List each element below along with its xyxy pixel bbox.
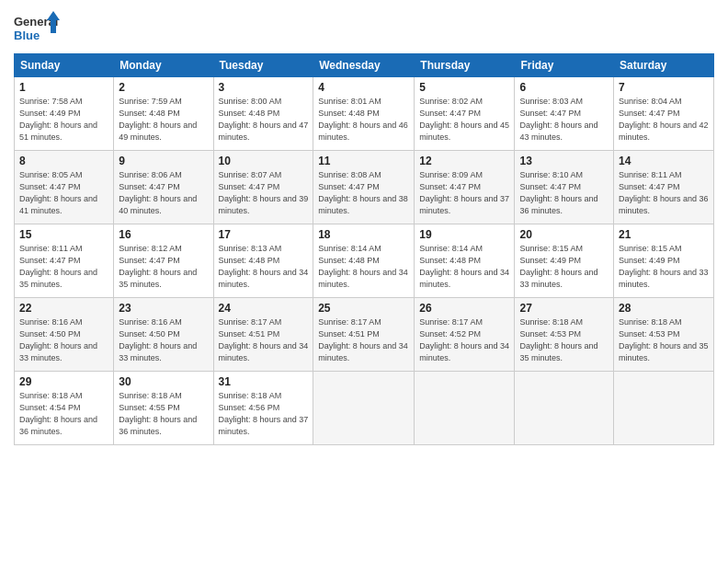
calendar-cell bbox=[415, 372, 515, 445]
calendar-cell: 29Sunrise: 8:18 AMSunset: 4:54 PMDayligh… bbox=[15, 372, 114, 445]
calendar-cell bbox=[515, 372, 614, 445]
day-number: 10 bbox=[219, 155, 309, 167]
logo-svg: General Blue bbox=[14, 9, 60, 46]
day-detail: Sunrise: 8:03 AMSunset: 4:47 PMDaylight:… bbox=[519, 97, 597, 142]
day-detail: Sunrise: 8:11 AMSunset: 4:47 PMDaylight:… bbox=[619, 170, 709, 215]
calendar-cell: 19Sunrise: 8:14 AMSunset: 4:48 PMDayligh… bbox=[415, 224, 515, 298]
day-detail: Sunrise: 8:18 AMSunset: 4:53 PMDaylight:… bbox=[519, 317, 597, 362]
page-header: General Blue bbox=[14, 9, 714, 46]
day-detail: Sunrise: 8:18 AMSunset: 4:54 PMDaylight:… bbox=[19, 391, 97, 436]
dow-header: Sunday bbox=[15, 54, 114, 77]
day-detail: Sunrise: 7:59 AMSunset: 4:48 PMDaylight:… bbox=[119, 97, 197, 142]
dow-header: Monday bbox=[114, 54, 213, 77]
day-detail: Sunrise: 8:11 AMSunset: 4:47 PMDaylight:… bbox=[19, 244, 97, 289]
day-detail: Sunrise: 8:17 AMSunset: 4:51 PMDaylight:… bbox=[318, 317, 408, 362]
day-number: 20 bbox=[519, 228, 609, 241]
day-number: 18 bbox=[318, 228, 409, 241]
calendar-cell: 18Sunrise: 8:14 AMSunset: 4:48 PMDayligh… bbox=[313, 224, 415, 298]
day-number: 4 bbox=[318, 81, 409, 94]
day-detail: Sunrise: 8:13 AMSunset: 4:48 PMDaylight:… bbox=[219, 244, 309, 289]
day-detail: Sunrise: 8:02 AMSunset: 4:47 PMDaylight:… bbox=[419, 97, 509, 142]
day-detail: Sunrise: 8:07 AMSunset: 4:47 PMDaylight:… bbox=[219, 170, 309, 215]
svg-text:Blue: Blue bbox=[14, 29, 40, 42]
calendar-cell: 12Sunrise: 8:09 AMSunset: 4:47 PMDayligh… bbox=[415, 151, 515, 224]
calendar-cell: 3Sunrise: 8:00 AMSunset: 4:48 PMDaylight… bbox=[213, 77, 313, 151]
day-number: 2 bbox=[119, 81, 208, 94]
calendar-cell: 2Sunrise: 7:59 AMSunset: 4:48 PMDaylight… bbox=[114, 77, 213, 151]
day-number: 12 bbox=[419, 155, 509, 167]
day-detail: Sunrise: 8:00 AMSunset: 4:48 PMDaylight:… bbox=[219, 97, 309, 142]
calendar-cell: 24Sunrise: 8:17 AMSunset: 4:51 PMDayligh… bbox=[213, 298, 313, 372]
day-detail: Sunrise: 8:09 AMSunset: 4:47 PMDaylight:… bbox=[419, 170, 509, 215]
calendar-cell: 10Sunrise: 8:07 AMSunset: 4:47 PMDayligh… bbox=[213, 151, 313, 224]
day-number: 26 bbox=[419, 302, 509, 315]
calendar-cell: 22Sunrise: 8:16 AMSunset: 4:50 PMDayligh… bbox=[15, 298, 114, 372]
day-number: 31 bbox=[219, 375, 309, 388]
day-number: 30 bbox=[119, 375, 208, 388]
day-detail: Sunrise: 8:04 AMSunset: 4:47 PMDaylight:… bbox=[619, 97, 709, 142]
day-detail: Sunrise: 8:16 AMSunset: 4:50 PMDaylight:… bbox=[19, 317, 97, 362]
day-number: 25 bbox=[318, 302, 409, 315]
day-detail: Sunrise: 8:18 AMSunset: 4:55 PMDaylight:… bbox=[119, 391, 197, 436]
day-number: 19 bbox=[419, 228, 509, 241]
day-detail: Sunrise: 8:15 AMSunset: 4:49 PMDaylight:… bbox=[619, 244, 709, 289]
day-number: 22 bbox=[19, 302, 108, 315]
day-number: 9 bbox=[119, 155, 208, 167]
logo: General Blue bbox=[14, 9, 60, 46]
calendar-cell: 5Sunrise: 8:02 AMSunset: 4:47 PMDaylight… bbox=[415, 77, 515, 151]
day-number: 3 bbox=[219, 81, 309, 94]
day-detail: Sunrise: 7:58 AMSunset: 4:49 PMDaylight:… bbox=[19, 97, 97, 142]
calendar-cell bbox=[313, 372, 415, 445]
dow-header: Saturday bbox=[614, 54, 714, 77]
calendar-cell: 28Sunrise: 8:18 AMSunset: 4:53 PMDayligh… bbox=[614, 298, 714, 372]
calendar-cell: 27Sunrise: 8:18 AMSunset: 4:53 PMDayligh… bbox=[515, 298, 614, 372]
day-detail: Sunrise: 8:01 AMSunset: 4:48 PMDaylight:… bbox=[318, 97, 408, 142]
calendar-cell: 15Sunrise: 8:11 AMSunset: 4:47 PMDayligh… bbox=[15, 224, 114, 298]
day-number: 27 bbox=[519, 302, 609, 315]
day-detail: Sunrise: 8:06 AMSunset: 4:47 PMDaylight:… bbox=[119, 170, 197, 215]
calendar-cell: 1Sunrise: 7:58 AMSunset: 4:49 PMDaylight… bbox=[15, 77, 114, 151]
day-detail: Sunrise: 8:16 AMSunset: 4:50 PMDaylight:… bbox=[119, 317, 197, 362]
dow-header: Friday bbox=[515, 54, 614, 77]
day-number: 11 bbox=[318, 155, 409, 167]
day-detail: Sunrise: 8:15 AMSunset: 4:49 PMDaylight:… bbox=[519, 244, 597, 289]
calendar-cell: 31Sunrise: 8:18 AMSunset: 4:56 PMDayligh… bbox=[213, 372, 313, 445]
day-number: 6 bbox=[519, 81, 609, 94]
calendar-cell: 13Sunrise: 8:10 AMSunset: 4:47 PMDayligh… bbox=[515, 151, 614, 224]
calendar-cell: 20Sunrise: 8:15 AMSunset: 4:49 PMDayligh… bbox=[515, 224, 614, 298]
day-number: 28 bbox=[619, 302, 709, 315]
day-number: 24 bbox=[219, 302, 309, 315]
calendar-cell: 9Sunrise: 8:06 AMSunset: 4:47 PMDaylight… bbox=[114, 151, 213, 224]
day-detail: Sunrise: 8:17 AMSunset: 4:51 PMDaylight:… bbox=[219, 317, 309, 362]
day-detail: Sunrise: 8:10 AMSunset: 4:47 PMDaylight:… bbox=[519, 170, 597, 215]
calendar-cell: 26Sunrise: 8:17 AMSunset: 4:52 PMDayligh… bbox=[415, 298, 515, 372]
day-number: 5 bbox=[419, 81, 509, 94]
day-detail: Sunrise: 8:12 AMSunset: 4:47 PMDaylight:… bbox=[119, 244, 197, 289]
day-number: 7 bbox=[619, 81, 709, 94]
dow-header: Thursday bbox=[415, 54, 515, 77]
dow-header: Tuesday bbox=[213, 54, 313, 77]
calendar-cell: 30Sunrise: 8:18 AMSunset: 4:55 PMDayligh… bbox=[114, 372, 213, 445]
calendar-cell: 21Sunrise: 8:15 AMSunset: 4:49 PMDayligh… bbox=[614, 224, 714, 298]
day-number: 13 bbox=[519, 155, 609, 167]
day-number: 21 bbox=[619, 228, 709, 241]
calendar-table: SundayMondayTuesdayWednesdayThursdayFrid… bbox=[14, 53, 714, 445]
dow-header: Wednesday bbox=[313, 54, 415, 77]
day-number: 1 bbox=[19, 81, 108, 94]
day-number: 23 bbox=[119, 302, 208, 315]
calendar-cell: 17Sunrise: 8:13 AMSunset: 4:48 PMDayligh… bbox=[213, 224, 313, 298]
calendar-cell: 23Sunrise: 8:16 AMSunset: 4:50 PMDayligh… bbox=[114, 298, 213, 372]
calendar-cell bbox=[614, 372, 714, 445]
day-number: 29 bbox=[19, 375, 108, 388]
day-detail: Sunrise: 8:05 AMSunset: 4:47 PMDaylight:… bbox=[19, 170, 97, 215]
calendar-cell: 7Sunrise: 8:04 AMSunset: 4:47 PMDaylight… bbox=[614, 77, 714, 151]
calendar-cell: 4Sunrise: 8:01 AMSunset: 4:48 PMDaylight… bbox=[313, 77, 415, 151]
day-detail: Sunrise: 8:14 AMSunset: 4:48 PMDaylight:… bbox=[419, 244, 509, 289]
calendar-cell: 8Sunrise: 8:05 AMSunset: 4:47 PMDaylight… bbox=[15, 151, 114, 224]
calendar-cell: 6Sunrise: 8:03 AMSunset: 4:47 PMDaylight… bbox=[515, 77, 614, 151]
calendar-cell: 11Sunrise: 8:08 AMSunset: 4:47 PMDayligh… bbox=[313, 151, 415, 224]
day-number: 16 bbox=[119, 228, 208, 241]
day-number: 15 bbox=[19, 228, 108, 241]
day-detail: Sunrise: 8:18 AMSunset: 4:56 PMDaylight:… bbox=[219, 391, 309, 436]
calendar-cell: 16Sunrise: 8:12 AMSunset: 4:47 PMDayligh… bbox=[114, 224, 213, 298]
